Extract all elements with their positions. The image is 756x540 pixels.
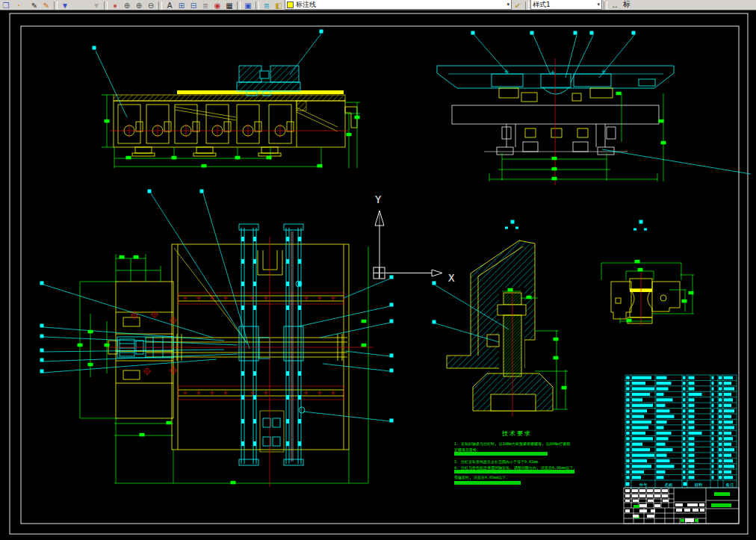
toolbar-sep — [525, 1, 529, 10]
linear-dimension-icon[interactable]: ↔ — [609, 0, 621, 10]
view-plan — [80, 224, 374, 487]
layer-states-icon[interactable]: ◧ — [273, 0, 285, 10]
dimension-text-blobs — [78, 92, 732, 522]
pan-realtime-icon[interactable]: ● — [109, 0, 121, 10]
partial-dimension-label: 标 — [621, 0, 630, 10]
toolbar-sep — [237, 1, 241, 10]
tech-requirements-title: 技术要求 — [501, 430, 532, 437]
ucs-icon: Y X — [374, 193, 455, 284]
tech-requirement-line: 有偏差时, 误差在0.03mm以下. — [454, 475, 508, 480]
toolbar-sep — [604, 1, 607, 10]
text-style-icon[interactable]: A — [164, 0, 176, 10]
attributes-icon[interactable]: ⊟ — [188, 0, 199, 10]
brush-icon[interactable]: ✎ — [40, 0, 52, 10]
end-view-base — [452, 105, 659, 155]
style-combo[interactable]: 样式1▾ — [530, 0, 602, 10]
tech-requirement-line: 3. 丝杠安装直线度在全长范围内小于等于0.02mm. — [454, 459, 540, 465]
drawing-canvas[interactable]: Y X — [0, 0, 756, 540]
zoom-dynamic-icon[interactable]: ⊕ — [133, 0, 145, 10]
help-icon[interactable]: ▣ — [242, 0, 254, 10]
tech-requirement-line: 1. 安装好轴承与丝杠时, 以10Nm力矩预紧锁紧螺母, 以60Nm拧紧锁 — [454, 441, 570, 447]
rail-node-blocks — [241, 237, 301, 446]
toolbar: ❐◔✎✎▼▼●⊕⊕⊖A⊞⊟≣◉▦▣≣◧标注线▾✔样式1▾↔标 — [0, 0, 756, 10]
toolbar-sep — [158, 1, 162, 10]
tech-requirement-line: 4. 丝杠与各电机连接需同轴安装, 调整间隙方向, 误差在0.01mm以下, — [454, 465, 575, 471]
view-end-elevation — [437, 58, 674, 185]
copy-icon[interactable]: ❐ — [0, 0, 12, 10]
toolbar-sep — [54, 1, 58, 10]
bom-header: 件号 — [639, 482, 648, 487]
chevron-down-icon: ▾ — [504, 1, 509, 7]
grid-icon[interactable]: ▦ — [223, 0, 235, 10]
zoom-window-icon[interactable]: ⊕ — [121, 0, 133, 10]
layers-stack-icon[interactable]: ≣ — [199, 0, 211, 10]
regen-icon[interactable]: ◉ — [211, 0, 223, 10]
layer-combo-value: 标注线 — [296, 0, 316, 10]
tech-requirement-line: 定螺母后复检. — [454, 447, 479, 453]
application-window: { "colors":{"bg":"#000000","yellow":"#ff… — [0, 0, 756, 540]
undo-icon[interactable]: ▼ — [59, 0, 71, 10]
view-side-elevation — [102, 90, 360, 168]
parts-list-table: 件号名称材料备注 — [625, 375, 737, 488]
plan-dimensions — [80, 246, 368, 483]
redo-icon[interactable]: ▼ — [90, 0, 102, 10]
end-view-bearings — [499, 88, 613, 137]
bom-header: 备注 — [726, 482, 735, 487]
toolbar-sep — [255, 1, 259, 10]
zoom-previous-icon[interactable]: ⊖ — [145, 0, 157, 10]
view-rail-clamp-detail — [601, 263, 694, 326]
style-combo-value: 样式1 — [533, 0, 551, 10]
chevron-down-icon: ▾ — [594, 1, 600, 7]
plan-body — [108, 244, 349, 452]
open-icon[interactable]: ◔ — [12, 0, 24, 10]
layer-color-swatch — [287, 1, 294, 8]
layer-properties-icon[interactable]: ≣ — [261, 0, 273, 10]
saddle-cross-section — [237, 66, 300, 96]
bom-header: 材料 — [694, 482, 704, 488]
layer-combo[interactable]: 标注线▾ — [285, 0, 512, 10]
table-icon[interactable]: ⊞ — [176, 0, 188, 10]
pencil-icon[interactable]: ✎ — [28, 0, 40, 10]
make-layer-current-icon[interactable]: ✔ — [512, 0, 524, 10]
ucs-y-label: Y — [375, 193, 382, 205]
toolbar-sep — [104, 1, 108, 10]
bom-header: 名称 — [665, 482, 674, 487]
ucs-x-label: X — [448, 272, 455, 284]
